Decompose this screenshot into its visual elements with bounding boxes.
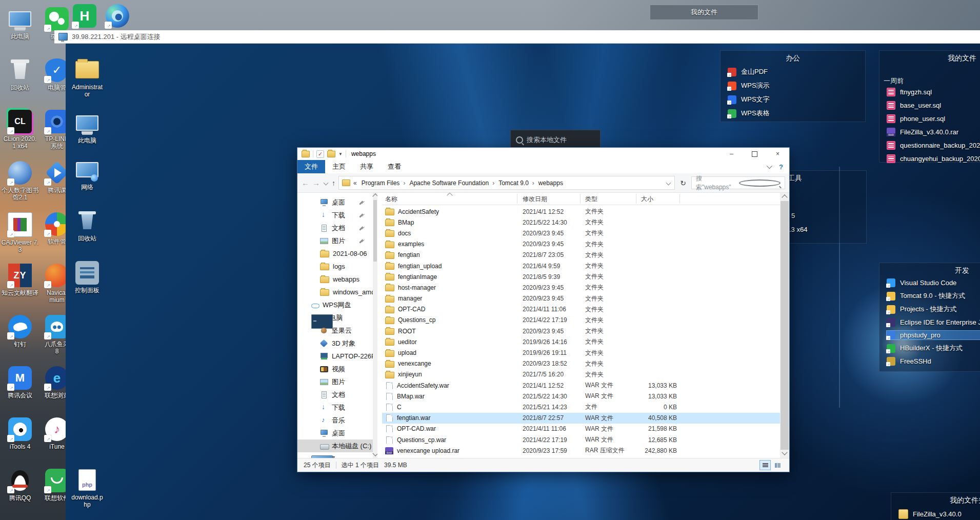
table-row[interactable]: ROOT 2020/9/23 9:45 文件夹 bbox=[382, 326, 780, 336]
table-row[interactable]: venexcange upload.rar 2020/9/23 17:59 RA… bbox=[382, 445, 780, 456]
column-header-type[interactable]: 类型 bbox=[585, 195, 597, 204]
nav-item[interactable]: 下载 bbox=[297, 401, 377, 414]
panel-shortcut[interactable]: WPS表格 bbox=[728, 109, 863, 118]
panel-file[interactable]: questionnaire_backup_20201 bbox=[887, 141, 980, 150]
refresh-icon[interactable]: ↻ bbox=[678, 179, 688, 187]
table-row[interactable]: host-manager 2020/9/23 9:45 文件夹 bbox=[382, 282, 780, 293]
panel-shortcut[interactable]: Projects - 快捷方式 bbox=[887, 305, 980, 314]
table-row[interactable]: BMap.war 2021/5/22 14:30 WAR 文件 13,033 K… bbox=[382, 391, 780, 402]
local-file-search-overlay[interactable]: 搜索本地文件 bbox=[510, 130, 601, 150]
table-row[interactable]: xinjieyun 2021/7/5 16:20 文件夹 bbox=[382, 369, 780, 380]
column-header-name[interactable]: 名称 bbox=[385, 195, 397, 204]
breadcrumb-segment[interactable]: Program Files › bbox=[360, 179, 407, 187]
desktop-icon[interactable] bbox=[105, 4, 130, 28]
nav-item[interactable]: 图片 bbox=[297, 375, 377, 388]
search-box[interactable]: 搜索"webapps" bbox=[691, 176, 785, 189]
desktop-icon[interactable]: download.p hp bbox=[66, 468, 109, 508]
desktop-icon[interactable]: Administrat or bbox=[66, 58, 109, 98]
ribbon-tab[interactable]: 查看 bbox=[381, 160, 408, 173]
column-divider[interactable] bbox=[580, 194, 581, 204]
ribbon-tab[interactable]: 共享 bbox=[353, 160, 381, 173]
desktop-icon[interactable]: 网络 bbox=[66, 158, 109, 191]
nav-item[interactable]: windows_amd6 bbox=[297, 286, 377, 298]
desktop-icon[interactable]: 此电脑 bbox=[66, 111, 109, 144]
panel-shortcut[interactable]: Tomcat 9.0 - 快捷方式 bbox=[887, 291, 980, 301]
scrollbar-thumb[interactable] bbox=[781, 201, 789, 450]
nav-item[interactable]: 坚果云 bbox=[297, 324, 377, 337]
panel-file[interactable]: FileZilla_v3.40.0 bbox=[898, 509, 980, 519]
scroll-up-icon[interactable] bbox=[372, 193, 377, 199]
help-icon[interactable]: ? bbox=[779, 163, 783, 171]
desktop-icon[interactable]: 钉钉 bbox=[0, 315, 40, 348]
details-view-button[interactable] bbox=[759, 460, 771, 470]
scrollbar-thumb[interactable] bbox=[373, 200, 377, 262]
table-row[interactable]: examples 2020/9/23 9:45 文件夹 bbox=[382, 239, 780, 250]
desktop-icon[interactable]: 知云文献翻译 bbox=[0, 264, 40, 296]
nav-item[interactable]: 2021-08-06 bbox=[297, 247, 377, 260]
table-row[interactable]: C 2021/5/21 14:23 文件 0 KB bbox=[382, 402, 780, 412]
panel-shortcut[interactable]: phpstudy_pro bbox=[887, 331, 980, 339]
table-row[interactable]: OPT-CAD 2021/4/11 11:06 文件夹 bbox=[382, 304, 780, 315]
table-row[interactable]: Questions_cp.war 2021/4/22 17:19 WAR 文件 … bbox=[382, 434, 780, 445]
panel-shortcut[interactable]: 金山PDF bbox=[728, 67, 863, 76]
column-header-size[interactable]: 大小 bbox=[641, 195, 653, 204]
nav-scrollbar[interactable] bbox=[373, 193, 377, 458]
table-row[interactable]: manager 2020/9/23 9:45 文件夹 bbox=[382, 293, 780, 304]
panel-file[interactable]: ftnygzh.sql bbox=[887, 88, 980, 96]
table-row[interactable]: venexcange 2020/9/23 18:52 文件夹 bbox=[382, 358, 780, 369]
breadcrumb-segment[interactable]: Tomcat 9.0 › bbox=[497, 179, 536, 187]
table-row[interactable]: fengtian.war 2021/8/7 22:57 WAR 文件 40,50… bbox=[382, 413, 780, 424]
nav-item[interactable]: 音乐 bbox=[297, 414, 377, 427]
expand-ribbon-chevron-icon[interactable] bbox=[767, 163, 772, 169]
column-divider[interactable] bbox=[679, 194, 680, 204]
table-row[interactable]: fengtian_upload 2021/6/4 9:59 文件夹 bbox=[382, 261, 780, 271]
panel-file[interactable]: base_user.sql bbox=[887, 101, 980, 110]
nav-item[interactable]: logs bbox=[297, 260, 377, 273]
history-chevron-icon[interactable] bbox=[324, 181, 329, 186]
up-icon[interactable]: ↑ bbox=[332, 179, 335, 187]
host-fences-bar[interactable]: 我的文件 bbox=[650, 5, 758, 20]
qat-customize-chevron-icon[interactable]: ▼ bbox=[338, 152, 343, 156]
nav-item[interactable]: LAPTOP-226P9 bbox=[297, 350, 377, 363]
desktop-icon[interactable]: iTools 4 bbox=[0, 417, 40, 450]
table-row[interactable]: fengtian 2021/8/7 23:05 文件夹 bbox=[382, 250, 780, 261]
list-scrollbar[interactable] bbox=[780, 193, 789, 458]
table-row[interactable]: fengtianImage 2021/8/5 9:39 文件夹 bbox=[382, 271, 780, 282]
desktop-icon[interactable]: CLion 2020. 1 x64 bbox=[0, 110, 40, 150]
nav-item[interactable]: 桌面 bbox=[297, 427, 377, 439]
desktop-icon[interactable]: 回收站 bbox=[66, 209, 109, 242]
ribbon-tab[interactable]: 主页 bbox=[325, 160, 353, 173]
back-icon[interactable]: ← bbox=[302, 178, 309, 187]
panel-shortcut[interactable]: FreeSSHd bbox=[887, 357, 980, 366]
panel-shortcut[interactable]: Visual Studio Code bbox=[887, 278, 980, 287]
thumbnail-view-button[interactable] bbox=[772, 460, 783, 470]
nav-item[interactable]: 此电脑 bbox=[297, 311, 377, 324]
close-button[interactable]: × bbox=[766, 148, 789, 160]
panel-file[interactable]: FileZilla_v3.40.0.rar bbox=[887, 128, 980, 136]
table-row[interactable]: docs 2020/9/23 9:45 文件夹 bbox=[382, 228, 780, 238]
table-row[interactable]: AccidentSafety 2021/4/1 12:52 文件夹 bbox=[382, 206, 780, 217]
desktop-icon[interactable]: 此电脑 bbox=[0, 7, 40, 40]
scroll-down-icon[interactable] bbox=[372, 450, 377, 456]
panel-shortcut[interactable]: WPS演示 bbox=[728, 81, 863, 90]
ribbon-tab[interactable]: 文件 bbox=[297, 160, 325, 173]
nav-item[interactable]: webapps bbox=[297, 273, 377, 286]
panel-file[interactable]: phone_user.sql bbox=[887, 114, 980, 123]
column-divider[interactable] bbox=[517, 194, 517, 204]
desktop-icon[interactable] bbox=[72, 4, 97, 28]
desktop-icon[interactable]: 回收站 bbox=[0, 58, 40, 91]
qat-properties-icon[interactable]: ✓ bbox=[316, 150, 324, 158]
column-divider[interactable] bbox=[636, 194, 636, 204]
desktop-icon[interactable]: 腾讯QQ bbox=[0, 469, 40, 502]
address-bar[interactable]: « Program Files › Apache Software Founda… bbox=[338, 176, 675, 190]
nav-item[interactable]: 下载 bbox=[297, 209, 377, 222]
desktop-icon[interactable]: 个人数字图书 馆2.1 bbox=[0, 161, 40, 201]
desktop-icon[interactable]: CAJViewer 7. 3 bbox=[0, 212, 40, 253]
qat-new-folder-icon[interactable] bbox=[327, 151, 335, 157]
panel-shortcut[interactable]: HBuilderX - 快捷方式 bbox=[887, 344, 980, 353]
nav-item[interactable]: 网络 bbox=[297, 452, 377, 458]
forward-icon[interactable]: → bbox=[312, 178, 320, 187]
nav-item[interactable]: 本地磁盘 (C:) bbox=[297, 439, 377, 452]
address-dropdown-chevron-icon[interactable] bbox=[666, 181, 671, 186]
nav-item[interactable]: WPS网盘 bbox=[297, 298, 377, 311]
